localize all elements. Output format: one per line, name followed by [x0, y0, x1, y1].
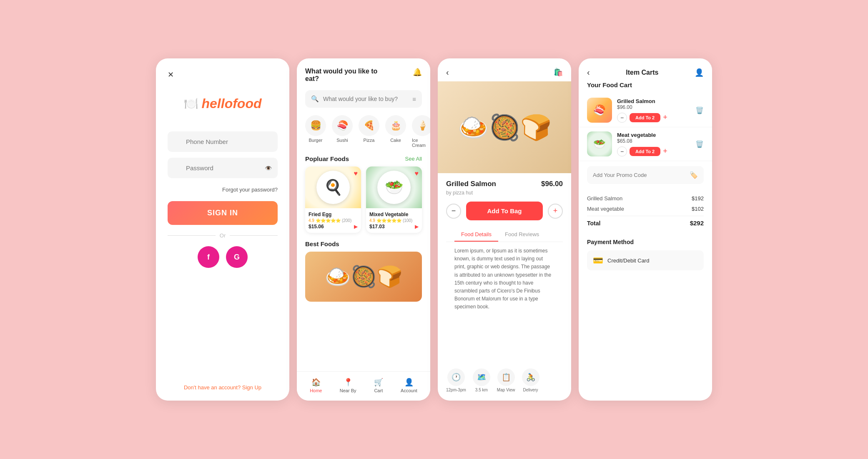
- food-card-mixed-veg[interactable]: 🥗 ♥ Mixed Vegetable 4.9 ⭐⭐⭐⭐⭐ (100) $17.…: [366, 166, 422, 233]
- salmon-plus-button[interactable]: +: [663, 113, 667, 122]
- search-bar: 🔍 ≡: [305, 90, 422, 108]
- meat-veg-plus-button[interactable]: +: [663, 147, 667, 156]
- heart-icon-1[interactable]: ♥: [354, 170, 358, 177]
- mixed-veg-dish: 🥗: [377, 171, 411, 204]
- close-button[interactable]: ✕: [168, 70, 278, 79]
- home-icon: 🏠: [311, 378, 321, 387]
- category-pizza[interactable]: 🍕 Pizza: [359, 115, 379, 148]
- account-icon: 👤: [404, 378, 414, 387]
- phone-input[interactable]: [168, 131, 278, 152]
- salmon-image: 🍣: [587, 98, 612, 123]
- chip-time: 🕐 12pm-3pm: [446, 368, 466, 392]
- signup-link[interactable]: Sign Up: [242, 384, 261, 391]
- salmon-price: $96.00: [617, 104, 690, 110]
- logo-icon: 🍽️: [184, 97, 198, 111]
- summary-total-value: $292: [690, 219, 704, 227]
- home-title: What would you like to eat?: [305, 68, 389, 83]
- heart-icon-2[interactable]: ♥: [415, 170, 419, 177]
- nav-home[interactable]: 🏠 Home: [310, 378, 322, 393]
- search-icon: 🔍: [311, 95, 319, 103]
- icecream-label: Ice Cream: [412, 138, 430, 148]
- quantity-plus-button[interactable]: +: [548, 204, 563, 219]
- food-detail-info: Grilled Salmon $96.00 by pizza hut − Add…: [438, 173, 571, 317]
- sushi-emoji: 🍣: [332, 115, 353, 136]
- shopping-bag-icon[interactable]: 🛍️: [554, 68, 563, 77]
- add-to-bag-row: − Add To Bag +: [446, 202, 563, 220]
- back-button[interactable]: ‹: [446, 68, 449, 77]
- nav-cart[interactable]: 🛒 Cart: [374, 378, 383, 393]
- account-label: Account: [401, 388, 417, 393]
- salmon-add-button[interactable]: Add To 2: [630, 113, 660, 122]
- signin-button[interactable]: SIGN IN: [168, 201, 278, 225]
- chip-map[interactable]: 📋 Map View: [497, 368, 515, 392]
- summary-salmon-row: Grilled Salmon $192: [587, 193, 704, 204]
- home-label: Home: [310, 388, 322, 393]
- bell-icon[interactable]: 🔔: [413, 68, 422, 77]
- summary-meat-row: Meat vegetable $102: [587, 204, 704, 214]
- cart-label: Cart: [374, 388, 383, 393]
- logo: 🍽️ hellofood: [168, 96, 278, 111]
- home-screen: What would you like to eat? 🔔 🔍 ≡ 🍔 Burg…: [297, 58, 430, 401]
- facebook-button[interactable]: f: [198, 246, 219, 268]
- detail-screen: ‹ 🛍️ 🍛🥘🍞 Grilled Salmon $96.00 by pizza …: [438, 58, 571, 401]
- food-by: by pizza hut: [446, 190, 563, 196]
- filter-icon[interactable]: ≡: [412, 96, 416, 103]
- nearby-label: Near By: [340, 388, 356, 393]
- salmon-delete-button[interactable]: 🗑️: [695, 106, 704, 114]
- food-cards: 🍳 ♥ Fried Egg 4.9 ⭐⭐⭐⭐⭐ (200) $15.06 ▶: [297, 166, 430, 237]
- fried-egg-arrow[interactable]: ▶: [354, 224, 358, 230]
- nav-nearby[interactable]: 📍 Near By: [340, 378, 356, 393]
- cart-screen: ‹ Item Carts 👤 Your Food Cart 🍣 Grilled …: [579, 58, 712, 401]
- password-input[interactable]: [168, 158, 278, 178]
- meat-veg-delete-button[interactable]: 🗑️: [695, 140, 704, 148]
- add-to-bag-button[interactable]: Add To Bag: [466, 202, 543, 220]
- google-button[interactable]: G: [226, 246, 248, 268]
- password-input-group: 🔒 👁️: [168, 158, 278, 178]
- food-card-fried-egg[interactable]: 🍳 ♥ Fried Egg 4.9 ⭐⭐⭐⭐⭐ (200) $15.06 ▶: [305, 166, 361, 233]
- quantity-minus-button[interactable]: −: [446, 204, 461, 219]
- meat-veg-minus-button[interactable]: −: [617, 146, 627, 156]
- category-sushi[interactable]: 🍣 Sushi: [332, 115, 353, 148]
- salmon-minus-button[interactable]: −: [617, 113, 627, 123]
- food-hero-image: 🍛🥘🍞: [438, 81, 571, 173]
- icecream-emoji: 🍦: [412, 115, 430, 136]
- chip-distance: 🗺️ 3.5 km: [473, 368, 490, 392]
- cart-summary: Grilled Salmon $192 Meat vegetable $102 …: [579, 189, 712, 233]
- fried-egg-price-row: $15.06 ▶: [309, 224, 358, 230]
- search-input[interactable]: [323, 96, 408, 102]
- food-name-price-row: Grilled Salmon $96.00: [446, 180, 563, 188]
- category-burger[interactable]: 🍔 Burger: [305, 115, 326, 148]
- mixed-veg-image: 🥗 ♥: [366, 166, 422, 208]
- meat-veg-details: Meat vegetable $65.08 − Add To 2 +: [617, 132, 690, 156]
- category-icecream[interactable]: 🍦 Ice Cream: [412, 115, 430, 148]
- cart-back-button[interactable]: ‹: [587, 68, 590, 77]
- summary-meat-value: $102: [692, 206, 704, 212]
- distance-icon: 🗺️: [473, 368, 490, 386]
- social-buttons: f G: [168, 246, 278, 268]
- pizza-label: Pizza: [364, 138, 375, 143]
- phone-input-group: 📱: [168, 131, 278, 152]
- mixed-veg-arrow[interactable]: ▶: [415, 224, 419, 230]
- salmon-details: Grilled Salmon $96.00 − Add To 2 +: [617, 98, 690, 123]
- tab-food-reviews[interactable]: Food Reviews: [498, 227, 546, 242]
- summary-total-label: Total: [587, 220, 600, 227]
- signup-section: Don't have an account? Sign Up: [168, 384, 278, 391]
- burger-label: Burger: [309, 138, 322, 143]
- detail-header: ‹ 🛍️: [438, 58, 571, 77]
- time-label: 12pm-3pm: [446, 388, 466, 392]
- eye-icon[interactable]: 👁️: [265, 165, 272, 171]
- payment-title: Payment Method: [587, 239, 704, 245]
- forgot-password-link[interactable]: Forgot your password?: [168, 187, 278, 193]
- profile-icon[interactable]: 👤: [695, 68, 704, 77]
- cart-item-salmon: 🍣 Grilled Salmon $96.00 − Add To 2 + 🗑️: [579, 93, 712, 127]
- see-all-link[interactable]: See All: [405, 156, 422, 162]
- home-header: What would you like to eat? 🔔: [297, 58, 430, 87]
- category-cake[interactable]: 🎂 Cake: [385, 115, 406, 148]
- payment-method[interactable]: 💳 Credit/Debit Card: [587, 250, 704, 270]
- promo-code-input[interactable]: [593, 172, 690, 178]
- detail-chips: 🕐 12pm-3pm 🗺️ 3.5 km 📋 Map View 🚴 Delive…: [438, 368, 571, 401]
- nav-account[interactable]: 👤 Account: [401, 378, 417, 393]
- meat-veg-add-button[interactable]: Add To 2: [630, 147, 660, 156]
- fried-egg-rating: 4.9 ⭐⭐⭐⭐⭐ (200): [309, 218, 358, 223]
- tab-food-details[interactable]: Food Details: [454, 227, 498, 242]
